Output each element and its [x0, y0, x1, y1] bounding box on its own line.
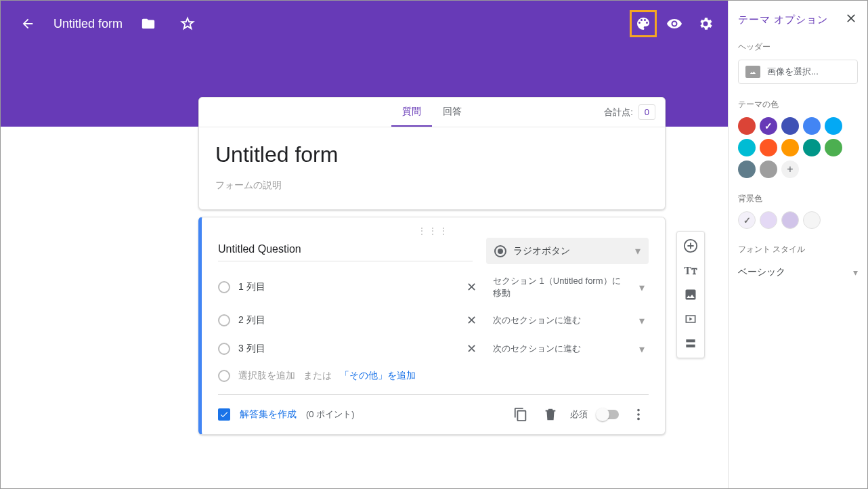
theme-color-swatch[interactable] — [738, 117, 756, 135]
svg-point-2 — [637, 418, 640, 421]
radio-empty-icon — [218, 370, 230, 382]
score-value: 0 — [638, 104, 655, 120]
add-option-text[interactable]: 選択肢を追加 — [238, 370, 295, 382]
font-value: ベーシック — [738, 266, 785, 278]
chevron-down-icon[interactable]: ▾ — [635, 281, 649, 294]
bg-color-label: 背景色 — [738, 193, 858, 205]
form-title-header[interactable]: Untitled form — [53, 17, 123, 31]
select-image-label: 画像を選択... — [767, 66, 819, 78]
option-row: 1 列目✕セクション 1（Untitled form）に移動▾ — [218, 268, 649, 306]
chevron-down-icon[interactable]: ▾ — [635, 314, 649, 327]
drag-handle-icon[interactable]: ⋮⋮⋮ — [218, 226, 649, 238]
image-icon — [745, 66, 760, 78]
add-color-icon[interactable]: + — [781, 161, 799, 178]
theme-color-label: テーマの色 — [738, 99, 858, 110]
theme-color-swatch[interactable] — [760, 117, 777, 135]
radio-empty-icon — [218, 281, 230, 293]
close-icon[interactable] — [844, 12, 858, 28]
select-header-image[interactable]: 画像を選択... — [738, 60, 858, 84]
question-title-input[interactable]: Untitled Question — [218, 238, 473, 261]
points-label: (0 ポイント) — [306, 408, 355, 421]
theme-sidebar: テーマ オプション ヘッダー 画像を選択... テーマの色 + 背景色 フォント… — [728, 1, 867, 488]
delete-icon[interactable] — [540, 404, 561, 425]
question-card[interactable]: ⋮⋮⋮ Untitled Question ラジオボタン ▾ 1 列目✕セクショ… — [198, 217, 666, 435]
required-label: 必須 — [570, 408, 588, 421]
add-video-icon[interactable] — [680, 309, 701, 329]
total-score: 合計点: 0 — [604, 104, 655, 120]
star-icon[interactable] — [174, 10, 201, 37]
header-section-label: ヘッダー — [738, 41, 858, 53]
floating-toolbar: Tᴛ — [676, 231, 705, 358]
option-row: 2 列目✕次のセクションに進む▾ — [218, 306, 649, 335]
option-text[interactable]: 3 列目 — [238, 343, 455, 355]
chevron-down-icon[interactable]: ▾ — [635, 343, 649, 356]
form-title[interactable]: Untitled form — [215, 142, 649, 167]
remove-option-icon[interactable]: ✕ — [463, 341, 479, 356]
option-goto-select[interactable]: 次のセクションに進む — [487, 343, 627, 355]
theme-color-swatch[interactable] — [760, 161, 777, 178]
remove-option-icon[interactable]: ✕ — [463, 313, 479, 328]
add-section-icon[interactable] — [680, 333, 701, 354]
theme-color-swatch[interactable] — [803, 139, 821, 156]
question-type-label: ラジオボタン — [513, 245, 628, 257]
theme-color-swatch[interactable] — [825, 117, 842, 135]
tab-questions[interactable]: 質問 — [391, 98, 432, 127]
radio-icon — [494, 245, 506, 257]
folder-icon[interactable] — [135, 10, 162, 37]
add-other-link[interactable]: 「その他」を追加 — [340, 370, 416, 382]
add-image-icon[interactable] — [680, 284, 701, 305]
theme-color-swatch[interactable] — [781, 139, 799, 156]
theme-color-swatch[interactable] — [738, 161, 756, 178]
back-arrow-icon[interactable] — [14, 10, 41, 37]
remove-option-icon[interactable]: ✕ — [463, 280, 479, 295]
radio-empty-icon — [218, 314, 230, 326]
bg-color-swatch[interactable] — [760, 211, 777, 229]
bg-color-swatch[interactable] — [781, 211, 799, 229]
svg-rect-4 — [686, 339, 695, 342]
option-text[interactable]: 1 列目 — [238, 281, 455, 293]
radio-empty-icon — [218, 343, 230, 355]
theme-color-swatch[interactable] — [781, 117, 799, 135]
option-goto-select[interactable]: セクション 1（Untitled form）に移動 — [487, 275, 627, 299]
chevron-down-icon: ▾ — [853, 267, 858, 278]
option-row: 3 列目✕次のセクションに進む▾ — [218, 335, 649, 363]
more-icon[interactable] — [628, 404, 649, 425]
add-option-or: または — [303, 370, 332, 382]
form-header-card: 質問 回答 合計点: 0 Untitled form フォームの説明 — [198, 97, 666, 210]
add-question-icon[interactable] — [680, 236, 701, 256]
score-label: 合計点: — [604, 106, 633, 119]
option-text[interactable]: 2 列目 — [238, 314, 455, 326]
palette-icon[interactable] — [630, 10, 657, 37]
svg-point-0 — [637, 409, 640, 412]
theme-color-swatch[interactable] — [738, 139, 756, 156]
font-style-label: フォント スタイル — [738, 244, 858, 255]
answer-key-checkbox[interactable] — [218, 408, 230, 421]
bg-color-swatch[interactable] — [738, 211, 756, 229]
font-style-select[interactable]: ベーシック ▾ — [738, 262, 858, 283]
add-title-icon[interactable]: Tᴛ — [680, 260, 701, 280]
theme-color-swatch[interactable] — [760, 139, 777, 156]
form-description[interactable]: フォームの説明 — [215, 179, 649, 192]
chevron-down-icon: ▾ — [635, 244, 641, 257]
svg-rect-5 — [686, 345, 695, 347]
bg-color-swatch[interactable] — [803, 211, 821, 229]
answer-key-link[interactable]: 解答集を作成 — [240, 408, 297, 421]
settings-icon[interactable] — [692, 10, 719, 37]
question-type-select[interactable]: ラジオボタン ▾ — [486, 238, 649, 264]
copy-icon[interactable] — [511, 404, 531, 425]
svg-point-1 — [637, 413, 640, 416]
theme-color-swatch[interactable] — [803, 117, 821, 135]
theme-color-swatch[interactable] — [825, 139, 842, 156]
preview-icon[interactable] — [661, 10, 688, 37]
tab-responses[interactable]: 回答 — [432, 98, 473, 127]
sidebar-title: テーマ オプション — [738, 14, 828, 26]
option-goto-select[interactable]: 次のセクションに進む — [487, 314, 627, 326]
required-toggle[interactable] — [597, 410, 619, 419]
